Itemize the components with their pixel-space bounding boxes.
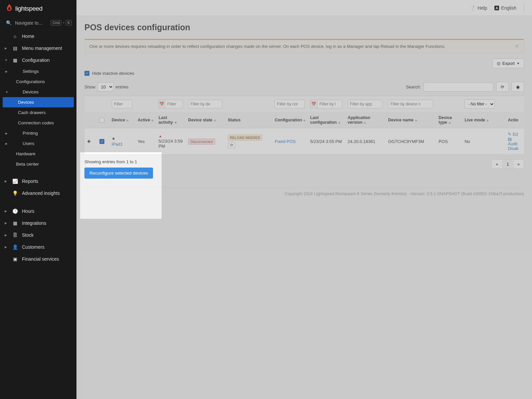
configuration-link[interactable]: Fixed POS xyxy=(275,139,296,144)
filter-device-name[interactable] xyxy=(388,100,433,108)
export-button[interactable]: ◎Export▼ xyxy=(492,59,524,68)
col-device-type[interactable]: Device type◆ xyxy=(436,112,462,128)
cell-device-type: POS xyxy=(436,128,462,155)
bulb-icon: 💡 xyxy=(12,191,18,196)
col-app-version[interactable]: Application version◆ xyxy=(345,112,386,128)
sidebar: lightspeed 🔍 Navigate to... Cmd + K ⌂Hom… xyxy=(0,0,76,399)
calendar-icon[interactable]: 📅 xyxy=(159,100,165,108)
col-configuration[interactable]: Configuration◆ xyxy=(272,112,307,128)
reconfigure-button[interactable]: Reconfigure selected devices xyxy=(84,168,153,179)
col-status: Status xyxy=(225,112,272,128)
language-switch[interactable]: AEnglish xyxy=(494,5,516,11)
select-all-checkbox[interactable]: ✓ xyxy=(99,118,104,123)
pager-page-1[interactable]: 1 xyxy=(503,159,513,169)
nav-integrations[interactable]: ▶▦Integrations xyxy=(0,217,76,229)
devices-table: 📅 📅 - No filter - xyxy=(84,96,524,155)
filter-configuration[interactable] xyxy=(275,100,305,108)
filter-last-activity[interactable] xyxy=(165,100,183,108)
col-last-config[interactable]: Last configuration◆ xyxy=(308,112,345,128)
nav-hardware[interactable]: Hardware xyxy=(0,149,76,159)
reload-row-button[interactable]: ⟳ xyxy=(228,142,235,148)
hide-inactive-label: Hide inactive devices xyxy=(92,71,134,76)
camera-icon: ▣ xyxy=(12,256,18,262)
row-checkbox[interactable]: ✓ xyxy=(99,139,104,144)
cell-last-config: 5/23/24 3:55 PM xyxy=(308,128,345,155)
col-device-name[interactable]: Device name◆ xyxy=(385,112,436,128)
action-audit[interactable]: ▤ Audit xyxy=(508,137,521,146)
topbar: ❔Help AEnglish xyxy=(76,0,532,16)
nav-beta-center[interactable]: Beta center xyxy=(0,159,76,169)
gear-icon: ◉ xyxy=(516,84,520,89)
apps-icon: ▦ xyxy=(12,220,18,226)
entries-select[interactable]: 10 xyxy=(97,82,114,91)
filter-app-version[interactable] xyxy=(348,100,383,108)
pager-next[interactable]: » xyxy=(513,159,524,169)
table-row: ✚ ✓ ★iPad1 Yes ▲5/23/24 3:59 PM Disconne… xyxy=(84,128,524,155)
clock-icon: 🕐 xyxy=(12,208,18,214)
nav-reports[interactable]: ▶📈Reports xyxy=(0,175,76,187)
pagination: « 1 » xyxy=(491,159,524,169)
nav-menu-management[interactable]: ▶▤Menu management xyxy=(0,42,76,54)
divider xyxy=(524,4,524,12)
pager-prev[interactable]: « xyxy=(491,159,502,169)
logo: lightspeed xyxy=(0,0,76,17)
hide-inactive-checkbox[interactable]: ✓ xyxy=(84,71,89,76)
filter-live-mode[interactable]: - No filter - xyxy=(465,99,495,109)
settings-button[interactable]: ◉ xyxy=(511,82,524,92)
nav-advanced-insights[interactable]: 💡Advanced insights xyxy=(0,187,76,199)
main: ❔Help AEnglish POS devices configuration… xyxy=(76,0,532,399)
nav-printing[interactable]: ▶Printing xyxy=(0,128,76,138)
nav-configuration[interactable]: ▼▦Configuration xyxy=(0,54,76,66)
col-device-state[interactable]: Device state◆ xyxy=(186,112,225,128)
search-label: Search: xyxy=(406,84,421,89)
home-icon: ⌂ xyxy=(12,34,18,39)
device-link[interactable]: iPad1 xyxy=(112,142,123,147)
refresh-icon: ⟳ xyxy=(501,84,504,89)
action-edit[interactable]: ✎ Ed xyxy=(508,132,521,137)
refresh-icon: ⟳ xyxy=(230,143,233,147)
navigate-label: Navigate to... xyxy=(15,20,47,26)
nav-users[interactable]: ▶Users xyxy=(0,138,76,149)
col-device[interactable]: Device◆ xyxy=(109,112,135,128)
navigate-search[interactable]: 🔍 Navigate to... Cmd + K xyxy=(0,17,76,30)
col-active[interactable]: Active◆ xyxy=(135,112,156,128)
filter-last-config[interactable] xyxy=(317,100,342,108)
col-live-mode[interactable]: Live mode◆ xyxy=(462,112,505,128)
nav-hours[interactable]: ▶🕐Hours xyxy=(0,205,76,217)
calendar-icon[interactable]: 📅 xyxy=(310,100,317,108)
nav-home[interactable]: ⌂Home xyxy=(0,30,76,42)
nav-financial-services[interactable]: ▣Financial services xyxy=(0,253,76,265)
lang-icon: A xyxy=(494,6,499,10)
filter-device-state[interactable] xyxy=(188,100,222,108)
reload-notice: One or more devices requires reloading i… xyxy=(84,39,524,53)
search-input[interactable] xyxy=(424,82,493,91)
filter-device[interactable] xyxy=(112,100,132,108)
refresh-button[interactable]: ⟳ xyxy=(496,82,509,92)
nav-configurations[interactable]: Configurations xyxy=(0,76,76,87)
nav-devices[interactable]: Devices xyxy=(3,97,74,107)
nav-devices-group[interactable]: ▼Devices xyxy=(0,87,76,97)
cell-last-activity: 5/23/24 3:59 PM xyxy=(159,139,183,149)
target-icon: ◎ xyxy=(497,61,500,66)
action-disable[interactable]: Disab xyxy=(508,146,521,151)
user-icon: 👤 xyxy=(12,244,18,250)
col-last-activity[interactable]: Last activity▼ xyxy=(156,112,186,128)
kbd-k: K xyxy=(66,20,72,26)
nav-stock[interactable]: ▶🗄Stock xyxy=(0,229,76,241)
page-title: POS devices configuration xyxy=(84,23,524,32)
kbd-cmd: Cmd xyxy=(51,20,62,26)
expand-icon[interactable]: ✚ xyxy=(87,139,91,144)
col-actions: Actio xyxy=(505,112,524,128)
help-icon: ❔ xyxy=(470,5,475,11)
nav-cash-drawers[interactable]: Cash drawers xyxy=(0,107,76,118)
nav-customers[interactable]: ▶👤Customers xyxy=(0,241,76,253)
entries-label: entries xyxy=(116,84,129,89)
brand-text: lightspeed xyxy=(15,5,43,12)
help-link[interactable]: ❔Help xyxy=(470,5,487,11)
close-icon[interactable]: ✕ xyxy=(515,43,519,50)
book-icon: ▤ xyxy=(12,46,18,51)
nav-settings[interactable]: ▶Settings xyxy=(0,66,76,76)
nav-connection-codes[interactable]: Connection codes xyxy=(0,118,76,128)
box-icon: 🗄 xyxy=(12,232,18,238)
show-label: Show xyxy=(84,84,95,89)
